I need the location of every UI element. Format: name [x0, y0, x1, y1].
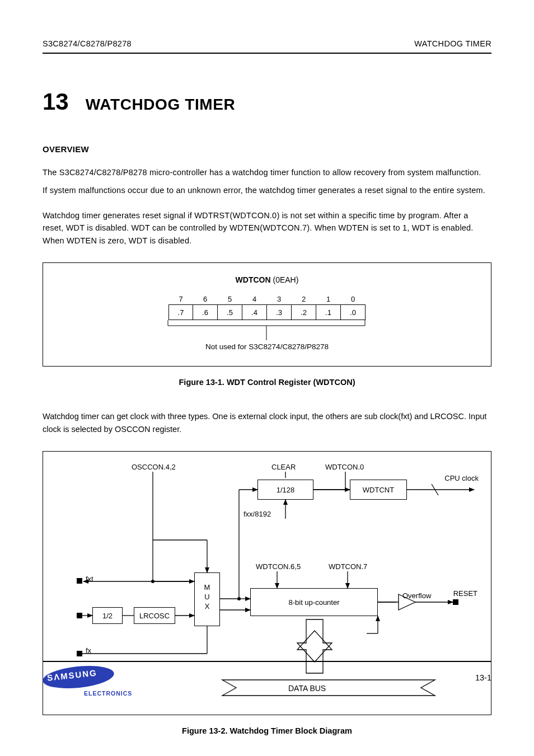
lbl-fxx8192: fxx/8192 [243, 510, 271, 518]
lbl-clear: CLEAR [271, 463, 296, 471]
lbl-cpu-clock: CPU clock [444, 474, 479, 482]
overview-p1: The S3C8274/C8278/P8278 micro-controller… [43, 166, 491, 179]
svg-point-30 [151, 580, 154, 583]
header-left: S3C8274/C8278/P8278 [43, 39, 132, 48]
page-number: 13-1 [475, 673, 491, 682]
lbl-wdtcon65: WDTCON.6,5 [256, 562, 301, 571]
pad-fxt [77, 578, 82, 584]
lbl-oscon: OSCCON.4,2 [132, 463, 176, 471]
lbl-wdtcon0: WDTCON.0 [325, 463, 364, 471]
chapter-number: 13 [43, 88, 69, 115]
fig1-group-label: Not used for S3C8274/C8278/P8278 [43, 342, 491, 351]
figure2-caption: Figure 13-2. Watchdog Timer Block Diagra… [43, 726, 491, 735]
register-bitfield: 7 .7 6 .6 5 .5 4 .4 3 .3 2 .2 [168, 304, 366, 320]
reg-addr: (0EAH) [273, 275, 298, 284]
box-div2: 1/2 [92, 607, 123, 624]
bit-4: 4 .4 [242, 304, 267, 320]
box-1-128: 1/128 [257, 480, 313, 500]
svg-line-17 [432, 484, 438, 495]
lbl-fx: fx [86, 646, 91, 655]
footer-divider [43, 661, 491, 662]
header-divider [43, 53, 491, 54]
box-wdtcnt: WDTCNT [350, 480, 407, 500]
bit-0: 0 .0 [341, 304, 366, 320]
pad-fx-in [77, 613, 82, 618]
lbl-wdtcon7: WDTCON.7 [329, 562, 367, 571]
figure-wdtcon-register: WDTCON (0EAH) 7 .7 6 .6 5 .5 4 .4 3 [43, 262, 491, 367]
lbl-overflow: Overflow [402, 591, 431, 600]
figure1-caption: Figure 13-1. WDT Control Register (WDTCO… [43, 378, 491, 387]
bit-2: 2 .2 [292, 304, 316, 320]
lbl-databus: DATA BUS [288, 684, 326, 693]
between-paragraph: Watchdog timer can get clock with three … [43, 410, 491, 435]
lbl-reset: RESET [453, 589, 477, 598]
pad-reset [453, 599, 458, 605]
section-overview-heading: OVERVIEW [43, 144, 491, 154]
box-lrcosc: LRCOSC [134, 607, 175, 624]
bit-7: 7 .7 [168, 304, 193, 320]
box-8bit-counter: 8-bit up-counter [250, 588, 378, 616]
reg-name: WDTCON [236, 275, 271, 284]
bit-5: 5 .5 [218, 304, 242, 320]
overview-p2: If system malfunctions occur due to an u… [43, 184, 491, 196]
box-mux: M U X [194, 572, 220, 626]
header-right: WATCHDOG TIMER [414, 39, 491, 48]
brand-logo: SΛMSUNG ELECTRONICS [43, 666, 127, 697]
overview-p3: Watchdog timer generates reset signal if… [43, 209, 491, 247]
bit-1: 1 .1 [316, 304, 341, 320]
logo-sub-text: ELECTRONICS [84, 690, 132, 697]
bit-6: 6 .6 [193, 304, 218, 320]
bit-3: 3 .3 [267, 304, 292, 320]
svg-point-8 [237, 597, 241, 600]
pad-fx-out [77, 651, 82, 656]
chapter-title: WATCHDOG TIMER [86, 96, 236, 114]
lbl-fxt: fxt [86, 575, 93, 583]
